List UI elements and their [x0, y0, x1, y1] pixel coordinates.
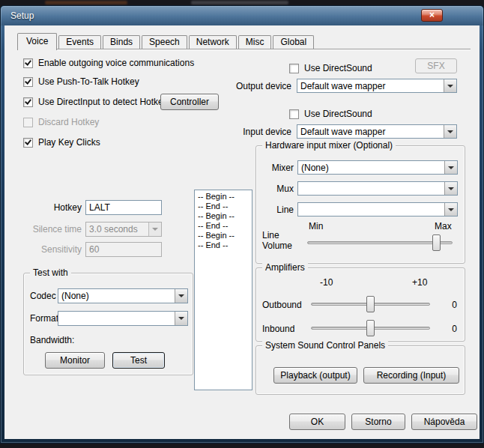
sfx-button: SFX — [415, 58, 457, 73]
min-label: Min — [309, 221, 323, 231]
outbound-slider[interactable] — [309, 296, 432, 312]
silence-time-value: 3.0 seconds — [86, 223, 148, 235]
tab-events[interactable]: Events — [58, 35, 101, 49]
checkbox-enable-outgoing-voice[interactable]: Enable outgoing voice communications — [23, 58, 194, 68]
controller-button[interactable]: Controller — [160, 94, 219, 110]
group-title: Hardware input mixer (Optional) — [262, 140, 396, 151]
input-device-label: Input device — [232, 127, 291, 137]
amp-max-label: +10 — [412, 277, 427, 288]
checkbox-box[interactable] — [23, 77, 33, 87]
tab-network[interactable]: Network — [189, 35, 237, 49]
dropdown-button[interactable] — [444, 203, 457, 216]
ok-button[interactable]: OK — [289, 414, 345, 430]
begin-end-listbox[interactable]: -- Begin -- -- End -- -- Begin -- -- End… — [194, 190, 252, 390]
chevron-down-icon — [447, 130, 453, 133]
checkbox-box[interactable] — [289, 109, 299, 119]
checkmark-icon — [25, 97, 31, 104]
tab-global[interactable]: Global — [273, 35, 314, 49]
checkbox-box[interactable] — [23, 58, 33, 68]
checkbox-play-key-clicks[interactable]: Play Key Clicks — [23, 137, 100, 148]
sensitivity-input: 60 — [85, 242, 162, 257]
checkbox-box[interactable] — [289, 64, 299, 73]
inbound-label: Inbound — [262, 324, 294, 334]
list-item[interactable]: -- Begin -- — [196, 192, 251, 202]
tab-misc[interactable]: Misc — [238, 35, 272, 49]
checkbox-label: Use DirectInput to detect Hotkey — [38, 97, 168, 107]
cancel-button[interactable]: Storno — [351, 414, 405, 430]
silence-time-label: Silence time — [18, 224, 82, 234]
checkmark-icon — [25, 77, 31, 84]
monitor-button[interactable]: Monitor — [45, 352, 105, 369]
checkbox-box — [23, 118, 33, 127]
list-item[interactable]: -- Begin -- — [196, 211, 251, 221]
dropdown-button — [148, 223, 161, 236]
test-button[interactable]: Test — [112, 352, 165, 369]
codec-select[interactable]: (None) — [58, 288, 188, 303]
output-device-value: Default wave mapper — [297, 80, 444, 92]
checkbox-label: Discard Hotkey — [38, 117, 99, 127]
recording-input-button[interactable]: Recording (Input) — [363, 367, 459, 384]
tab-binds[interactable]: Binds — [103, 35, 140, 49]
tab-voice[interactable]: Voice — [17, 33, 57, 50]
slider-thumb[interactable] — [432, 234, 441, 251]
checkbox-discard-hotkey: Discard Hotkey — [23, 117, 99, 127]
chevron-down-icon — [448, 187, 454, 190]
checkbox-use-directsound-input[interactable]: Use DirectSound — [289, 109, 372, 119]
checkbox-use-directsound-output[interactable]: Use DirectSound — [289, 63, 372, 73]
format-select[interactable] — [58, 311, 188, 326]
list-item[interactable]: -- End -- — [196, 221, 251, 231]
outbound-value: 0 — [442, 300, 457, 310]
titlebar[interactable]: Setup × — [1, 6, 483, 25]
background-artifact — [45, 1, 127, 4]
inbound-slider[interactable] — [309, 320, 432, 336]
list-item[interactable]: -- End -- — [196, 240, 251, 250]
hotkey-input[interactable] — [85, 200, 162, 215]
checkbox-push-to-talk[interactable]: Use Push-To-Talk Hotkey — [23, 76, 139, 87]
dropdown-button[interactable] — [175, 289, 187, 303]
dropdown-button[interactable] — [444, 182, 457, 195]
dropdown-button[interactable] — [175, 312, 187, 325]
mux-select[interactable] — [297, 181, 458, 196]
setup-dialog: Setup × Voice Events Binds Speech Networ… — [0, 5, 484, 444]
system-sound-group: System Sound Control Panels Playback (ou… — [255, 345, 465, 395]
help-button[interactable]: Nápověda — [411, 414, 477, 430]
output-device-select[interactable]: Default wave mapper — [297, 79, 457, 93]
close-button[interactable]: × — [421, 9, 443, 22]
dropdown-button[interactable] — [444, 125, 456, 138]
close-icon: × — [422, 10, 442, 21]
format-label: Format — [30, 313, 58, 324]
slider-thumb[interactable] — [366, 296, 375, 312]
checkbox-label: Play Key Clicks — [38, 137, 100, 148]
input-device-select[interactable]: Default wave mapper — [297, 124, 457, 139]
tab-speech[interactable]: Speech — [142, 35, 187, 49]
silence-time-select: 3.0 seconds — [85, 222, 162, 237]
max-label: Max — [435, 221, 452, 231]
group-title: Test with — [30, 267, 71, 278]
hotkey-label: Hotkey — [18, 202, 82, 213]
slider-track[interactable] — [307, 241, 453, 244]
input-device-value: Default wave mapper — [297, 126, 444, 138]
checkmark-icon — [25, 58, 31, 65]
checkbox-box[interactable] — [23, 138, 33, 148]
line-label: Line — [259, 205, 294, 215]
dropdown-button[interactable] — [444, 79, 456, 92]
list-item[interactable]: -- End -- — [196, 202, 251, 211]
checkbox-box[interactable] — [23, 97, 33, 107]
checkbox-label: Use DirectSound — [304, 109, 372, 119]
checkbox-label: Use Push-To-Talk Hotkey — [38, 76, 139, 87]
line-volume-slider[interactable] — [305, 234, 455, 251]
mixer-select[interactable]: (None) — [297, 160, 458, 175]
slider-thumb[interactable] — [366, 320, 375, 336]
window-title: Setup — [10, 10, 34, 21]
codec-label: Codec — [30, 291, 56, 301]
chevron-down-icon — [152, 228, 158, 231]
chevron-down-icon — [447, 85, 453, 88]
checkbox-label: Enable outgoing voice communications — [38, 58, 194, 68]
line-volume-label: Line Volume — [262, 230, 297, 251]
playback-output-button[interactable]: Playback (output) — [273, 367, 357, 384]
list-item[interactable]: -- Begin -- — [196, 231, 251, 240]
checkbox-directinput-hotkey[interactable]: Use DirectInput to detect Hotkey — [23, 97, 168, 107]
tab-page-border — [17, 49, 471, 50]
dropdown-button[interactable] — [444, 161, 457, 174]
line-select[interactable] — [297, 202, 458, 217]
